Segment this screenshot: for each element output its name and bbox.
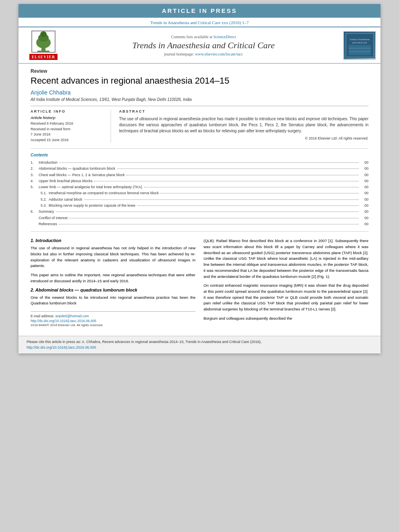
journal-title: Trends in Anaesthesia and Critical Care xyxy=(68,40,339,51)
contents-item-conflict: Conflict of interest 00 xyxy=(31,215,368,221)
svg-rect-4 xyxy=(37,51,49,52)
introduction-para-1: The use of ultrasound in regional anaest… xyxy=(31,245,195,269)
sciencedirect-link[interactable]: ScienceDirect xyxy=(213,35,236,39)
abdominal-blocks-heading: 2. Abdominal blocks — quadratus lumborum… xyxy=(31,288,195,292)
svg-rect-6 xyxy=(31,52,56,53)
meta-divider xyxy=(31,106,368,106)
svg-rect-13 xyxy=(349,45,371,55)
right-column: (QLB). Rafael Blanco first described thi… xyxy=(204,238,368,327)
history-item-1: Received 6 February 2016 xyxy=(31,121,105,127)
author-affiliation: All India Institute of Medical Sciences,… xyxy=(31,97,368,102)
article-body: Review Recent advances in regional anaes… xyxy=(19,64,380,332)
right-col-para-1: (QLB). Rafael Blanco first described thi… xyxy=(204,238,368,279)
history-item-2: Received in revised form xyxy=(31,127,105,132)
footnote-email: E-mail address: anjolie5@hotmail.com xyxy=(31,314,195,318)
svg-rect-7 xyxy=(31,31,32,53)
introduction-heading: 1. Introduction xyxy=(31,238,195,243)
svg-text:Trends in Anaesthesia: Trends in Anaesthesia xyxy=(350,38,370,41)
email-link[interactable]: anjolie5@hotmail.com xyxy=(55,314,89,318)
journal-center: Contents lists available at ScienceDirec… xyxy=(68,35,339,56)
author-name: Anjolie Chhabra xyxy=(31,89,368,96)
contents-item-5-2: 5.2. Adductor canal block 00 xyxy=(31,197,368,203)
contents-item-6: 6. Summary 00 xyxy=(31,209,368,215)
history-item-3: 7 June 2016 xyxy=(31,132,105,138)
footer-copyright: 2210-8440/© 2016 Elsevier Ltd. All right… xyxy=(31,323,195,327)
contents-item-2: 2. Abdominal blocks — quadratus lumborum… xyxy=(31,166,368,172)
right-col-para-3: Borgium and colleagues subsequently desc… xyxy=(204,316,368,322)
abstract-heading: ABSTRACT xyxy=(119,109,368,113)
contents-item-1: 1. Introduction 00 xyxy=(31,160,368,166)
journal-header: ELSEVIER Contents lists available at Sci… xyxy=(19,27,380,64)
elsevier-tree-icon xyxy=(29,31,58,53)
svg-rect-8 xyxy=(55,31,56,53)
svg-rect-5 xyxy=(31,31,56,31)
svg-point-3 xyxy=(40,31,47,37)
contents-title: Contents xyxy=(31,153,368,157)
doi-link[interactable]: http://dx.doi.org/10.1016/j.tacc.2016.06… xyxy=(31,319,195,323)
content-list-text: Contents lists available at ScienceDirec… xyxy=(68,35,339,39)
contents-section: Contents 1. Introduction 00 2. Abdominal… xyxy=(31,148,368,232)
contents-item-references: References 00 xyxy=(31,221,368,227)
abstract-text: The use of ultrasound in regional anaest… xyxy=(119,116,368,134)
article-in-press-text: ARTICLE IN PRESS xyxy=(162,7,237,14)
article-history-label: Article history: xyxy=(31,116,105,120)
left-column: 1. Introduction The use of ultrasound in… xyxy=(31,238,195,327)
article-info-column: ARTICLE INFO Article history: Received 6… xyxy=(31,109,111,143)
info-abstract-row: ARTICLE INFO Article history: Received 6… xyxy=(31,109,368,143)
contents-item-4: 4. Upper limb brachial plexus blocks 00 xyxy=(31,178,368,184)
abstract-column: ABSTRACT The use of ultrasound in region… xyxy=(119,109,368,143)
right-col-para-2: On contrast enhanced magnetic resonance … xyxy=(204,283,368,312)
abstract-copyright: © 2016 Elsevier Ltd. All rights reserved… xyxy=(119,136,368,140)
main-text-area: 1. Introduction The use of ultrasound in… xyxy=(31,238,368,327)
journal-info-line: Trends in Anaesthesia and Critical Care … xyxy=(19,18,380,27)
journal-thumbnail: Trends in Anaesthesia and Critical Care xyxy=(343,31,376,60)
footer-area: E-mail address: anjolie5@hotmail.com htt… xyxy=(31,311,195,327)
history-item-4: Accepted 15 June 2016 xyxy=(31,138,105,143)
svg-text:and Critical Care: and Critical Care xyxy=(352,41,367,44)
contents-item-5-3: 5.3. Blocking nerve supply to posterior … xyxy=(31,203,368,209)
citation-bar: Please cite this article in press as: A.… xyxy=(19,336,380,353)
introduction-para-2: This paper aims to outline the important… xyxy=(31,272,195,284)
abdominal-blocks-para: One of the newest blocks to be introduce… xyxy=(31,295,195,306)
contents-item-5: 5. Lower limb — optimal analgesia for to… xyxy=(31,184,368,190)
citation-doi-link[interactable]: http://dx.doi.org/10.1016/j.tacc.2016.06… xyxy=(27,345,96,349)
contents-item-5-1: 5.1. Intrathecal morphine as compared to… xyxy=(31,190,368,196)
citation-text: Please cite this article in press as: A.… xyxy=(27,340,261,344)
article-title: Recent advances in regional anaesthesia … xyxy=(31,76,368,86)
elsevier-label: ELSEVIER xyxy=(29,54,58,60)
article-in-press-banner: ARTICLE IN PRESS xyxy=(19,4,380,18)
page: ARTICLE IN PRESS Trends in Anaesthesia a… xyxy=(19,4,380,353)
journal-cover-image: Trends in Anaesthesia and Critical Care xyxy=(345,32,375,58)
elsevier-logo: ELSEVIER xyxy=(23,31,64,60)
article-type: Review xyxy=(31,68,368,74)
contents-item-3: 3. Chest wall blocks — Pecs 1, 2 & Serra… xyxy=(31,172,368,178)
homepage-link[interactable]: www.elsevier.com/locate/tacc xyxy=(195,52,243,56)
journal-citation: Trends in Anaesthesia and Critical Care … xyxy=(150,20,249,25)
article-info-heading: ARTICLE INFO xyxy=(31,109,105,113)
journal-homepage: journal homepage: www.elsevier.com/locat… xyxy=(68,52,339,56)
